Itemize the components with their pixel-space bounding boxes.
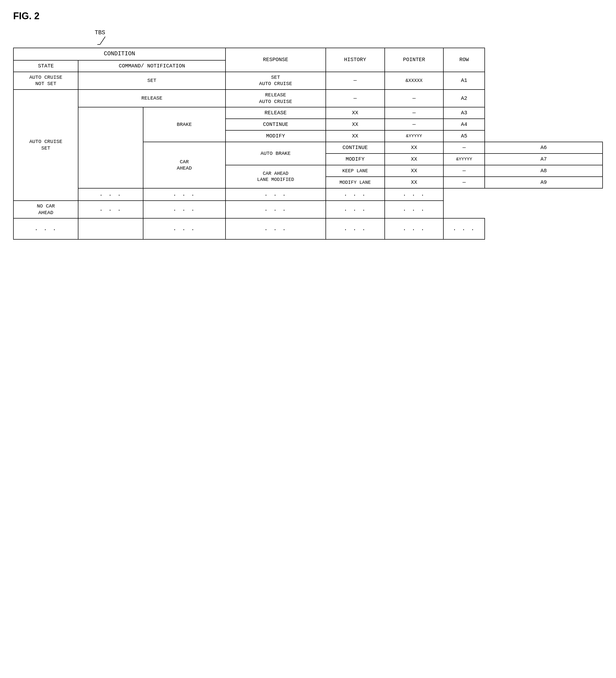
- row-cell-a3: A3: [443, 107, 485, 119]
- fig-title: FIG. 2: [13, 10, 603, 22]
- row-cell-a2: A2: [443, 89, 485, 107]
- response-cell-a8: KEEP LANE: [326, 165, 385, 177]
- table-row: NO CARAHEAD . . . . . . . . . . . . . . …: [13, 201, 603, 218]
- pointer-ellipsis-car: . . .: [326, 188, 385, 201]
- command-ellipsis-no-car: . . .: [78, 201, 143, 218]
- table-row: . . . . . . . . . . . . . . . . . .: [13, 218, 603, 239]
- row-cell-a5: A5: [443, 130, 485, 142]
- response-cell-a3: RELEASE: [225, 107, 326, 119]
- main-table: CONDITION RESPONSE HISTORY POINTER ROW S…: [13, 48, 603, 239]
- substate-car-ahead: [78, 107, 143, 188]
- pointer-cell-a7: &YYYYY: [443, 153, 485, 165]
- state-cell-a1: AUTO CRUISENOT SET: [13, 72, 78, 89]
- history-cell-a8: XX: [385, 165, 444, 177]
- response-ellipsis-car: . . .: [143, 188, 225, 201]
- history-cell-a7: XX: [385, 153, 444, 165]
- response-cell-a7: MODIFY: [326, 153, 385, 165]
- state-ellipsis-final: . . .: [13, 218, 78, 239]
- pointer-cell-a5: &YYYYY: [385, 130, 444, 142]
- row-ellipsis-final: . . .: [443, 218, 485, 239]
- history-header: HISTORY: [326, 48, 385, 72]
- response-cell-a5: MODIFY: [225, 130, 326, 142]
- history-cell-a1: —: [326, 72, 385, 89]
- substate-no-car-ahead: NO CARAHEAD: [13, 201, 78, 218]
- command-auto-brake: AUTO BRAKE: [225, 142, 326, 165]
- response-ellipsis-no-car: . . .: [143, 201, 225, 218]
- substate-ellipsis-final: [78, 218, 143, 239]
- command-ellipsis-final: . . .: [143, 218, 225, 239]
- row-ellipsis-car: . . .: [385, 188, 444, 201]
- response-ellipsis-final: . . .: [225, 218, 326, 239]
- response-cell-a1: SETAUTO CRUISE: [225, 72, 326, 89]
- history-cell-a5: XX: [326, 130, 385, 142]
- state-cell-auto-cruise-set: AUTO CRUISESET: [13, 89, 78, 201]
- command-cell-a2: RELEASE: [78, 89, 225, 107]
- response-cell-a2: RELEASEAUTO CRUISE: [225, 89, 326, 107]
- response-header: RESPONSE: [225, 48, 326, 72]
- state-header: STATE: [13, 60, 78, 72]
- history-ellipsis-car: . . .: [225, 188, 326, 201]
- row-cell-a1: A1: [443, 72, 485, 89]
- tbs-arrow-icon: [97, 37, 113, 46]
- row-cell-a7: A7: [485, 153, 603, 165]
- response-cell-a4: CONTINUE: [225, 119, 326, 130]
- row-header: ROW: [443, 48, 485, 72]
- header-row-1: CONDITION RESPONSE HISTORY POINTER ROW: [13, 48, 603, 60]
- table-row: AUTO CRUISESET RELEASE RELEASEAUTO CRUIS…: [13, 89, 603, 107]
- pointer-cell-a3: —: [385, 107, 444, 119]
- history-cell-a4: XX: [326, 119, 385, 130]
- table-row: BRAKE RELEASE XX — A3: [13, 107, 603, 119]
- command-ellipsis-car: . . .: [78, 188, 143, 201]
- pointer-cell-a4: —: [385, 119, 444, 130]
- row-cell-a8: A8: [485, 165, 603, 177]
- pointer-cell-a6: —: [443, 142, 485, 153]
- history-ellipsis-final: . . .: [326, 218, 385, 239]
- substate-car-ahead-label: CARAHEAD: [143, 142, 225, 188]
- pointer-cell-a9: —: [443, 177, 485, 188]
- table-row: . . . . . . . . . . . . . . .: [13, 188, 603, 201]
- history-cell-a3: XX: [326, 107, 385, 119]
- command-header: COMMAND/ NOTIFICATION: [78, 60, 225, 72]
- svg-line-0: [100, 37, 105, 44]
- response-cell-a9: MODIFY LANE: [326, 177, 385, 188]
- history-ellipsis-no-car: . . .: [225, 201, 326, 218]
- table-row: AUTO CRUISENOT SET SET SETAUTO CRUISE — …: [13, 72, 603, 89]
- pointer-cell-a8: —: [443, 165, 485, 177]
- row-cell-a9: A9: [485, 177, 603, 188]
- row-cell-a4: A4: [443, 119, 485, 130]
- command-cell-a1: SET: [78, 72, 225, 89]
- response-cell-a6: CONTINUE: [326, 142, 385, 153]
- pointer-ellipsis-final: . . .: [385, 218, 444, 239]
- command-brake: BRAKE: [143, 107, 225, 142]
- pointer-header: POINTER: [385, 48, 444, 72]
- pointer-ellipsis-no-car: . . .: [326, 201, 385, 218]
- pointer-cell-a2: —: [385, 89, 444, 107]
- row-cell-a6: A6: [485, 142, 603, 153]
- row-ellipsis-no-car: . . .: [385, 201, 444, 218]
- condition-header: CONDITION: [13, 48, 225, 60]
- command-car-ahead-lane: CAR AHEADLANE MODIFIED: [225, 165, 326, 188]
- history-cell-a6: XX: [385, 142, 444, 153]
- tbs-label: TBS: [95, 30, 105, 36]
- pointer-cell-a1: &XXXXX: [385, 72, 444, 89]
- history-cell-a2: —: [326, 89, 385, 107]
- history-cell-a9: XX: [385, 177, 444, 188]
